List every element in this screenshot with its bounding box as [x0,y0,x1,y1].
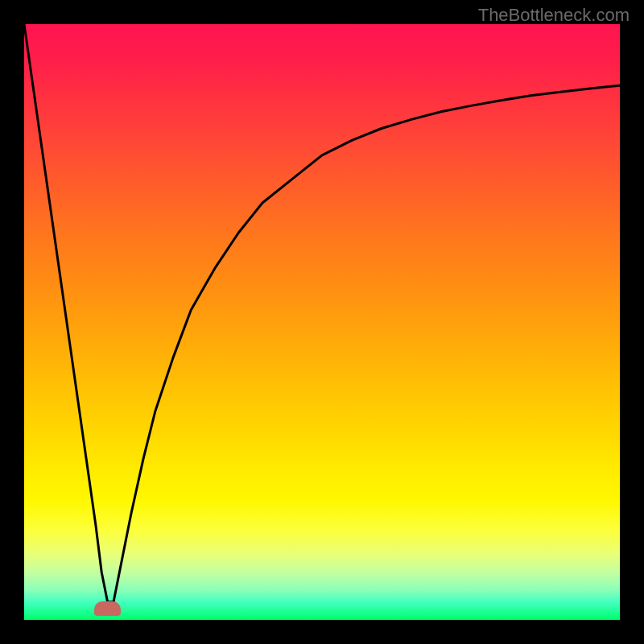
chart-container [24,24,620,620]
bottleneck-curve-line [24,24,620,602]
curve-svg [24,24,620,620]
plot-area [24,24,620,620]
optimal-point-marker [94,601,121,616]
watermark-text: TheBottleneck.com [478,5,630,26]
